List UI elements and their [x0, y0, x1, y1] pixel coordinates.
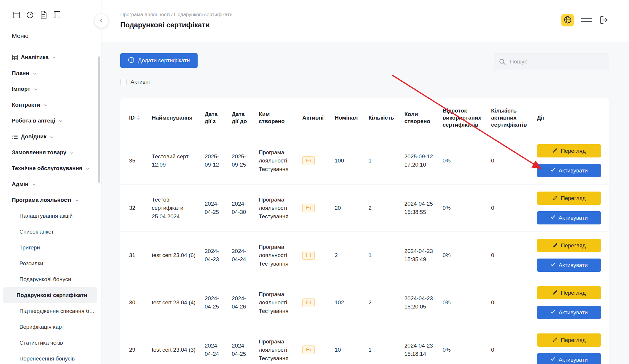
sidebar-collapse-button[interactable] [94, 14, 109, 28]
menu-title: Меню [12, 32, 101, 39]
cell-nominal: 102 [331, 279, 365, 326]
sidebar-subitem-bonus-transfer[interactable]: Перенесення бонусів [3, 351, 97, 364]
cell-quantity: 2 [365, 279, 401, 326]
sidebar-subitem-receipt-statistics[interactable]: Статистика чеків [3, 335, 97, 351]
sidebar-item-import[interactable]: Імпорт [0, 81, 101, 97]
activate-button[interactable]: Активувати [537, 211, 601, 224]
cell-quantity: 1 [365, 232, 401, 279]
page-header: Програма лояльності / Подарункові сертиф… [101, 0, 629, 42]
cell-actions: Перегляд Активувати [533, 184, 609, 232]
table-row: 31 test cert 23.04 (6) 2024-04-23 2024-0… [120, 232, 609, 279]
table-row: 35 Тестовий серт 12.09 2025-09-12 2025-0… [120, 137, 609, 184]
sidebar-item-goods-order[interactable]: Замовлення товару [0, 145, 101, 160]
cell-created-at: 2024-04-23 15:20:05 [401, 279, 439, 326]
document-icon[interactable] [39, 10, 48, 19]
calendar-icon[interactable] [12, 10, 21, 19]
view-button[interactable]: Перегляд [537, 333, 601, 347]
sidebar-item-plans[interactable]: Плани [0, 65, 101, 81]
sidebar-subitem-promo-settings[interactable]: Налаштування акцій [3, 208, 97, 224]
sidebar-item-directory[interactable]: Довідник [0, 129, 101, 145]
cell-active-certificates: 0 [488, 326, 533, 364]
cell-created-by: Програма лояльності Тестування [255, 184, 299, 232]
cell-created-by: Програма лояльності Тестування [255, 232, 299, 279]
certificates-table-card: ID Найменування Дата дії з Дата дії до К… [120, 98, 609, 364]
activate-button-label: Активувати [558, 357, 588, 363]
cell-nominal: 100 [331, 137, 365, 184]
cell-nominal: 10 [331, 326, 365, 364]
sidebar-subitem-gift-certificates[interactable]: Подарункові сертифікати [3, 287, 97, 303]
sidebar-subitem-questionnaire-list[interactable]: Список анкет [3, 224, 97, 240]
column-header-name: Найменування [148, 98, 201, 137]
cell-active: Ні [299, 326, 331, 364]
status-badge: Ні [302, 298, 315, 307]
chevron-down-icon [49, 135, 54, 140]
cell-date-from: 2024-04-25 [201, 279, 228, 326]
chevron-down-icon [33, 87, 38, 92]
active-filter: Активні [120, 78, 609, 86]
sidebar-subitem-triggers[interactable]: Тригери [3, 240, 97, 256]
cell-quantity: 2 [365, 184, 401, 232]
cell-active: Ні [299, 279, 331, 326]
chevron-left-icon [99, 18, 104, 24]
cell-nominal: 2 [331, 232, 365, 279]
cell-id: 35 [120, 137, 148, 184]
sidebar-item-maintenance[interactable]: Технічне обслуговування [0, 160, 101, 176]
chevron-up-icon [74, 198, 79, 203]
cell-quantity: 1 [365, 137, 401, 184]
cell-date-to: 2025-09-25 [228, 137, 255, 184]
activate-button[interactable]: Активувати [537, 259, 601, 272]
cell-quantity: 1 [365, 326, 401, 364]
sidebar-subitem-bonus-writeoff-confirmation[interactable]: Підтвердження списання бону... [3, 303, 97, 319]
cell-used-percent: 0% [439, 137, 488, 184]
toolbar: Додати сертифікати [120, 53, 609, 70]
search-input[interactable] [494, 53, 609, 70]
activate-button[interactable]: Активувати [537, 306, 601, 319]
column-header-id[interactable]: ID [120, 98, 148, 137]
view-button[interactable]: Перегляд [537, 192, 601, 205]
sidebar: Меню АналітикаПланиІмпортКонтрактиРобота… [0, 0, 101, 364]
app-root: Меню АналітикаПланиІмпортКонтрактиРобота… [0, 0, 629, 364]
column-header-created-by: Ким створено [255, 98, 299, 137]
activate-button[interactable]: Активувати [537, 164, 601, 177]
active-filter-checkbox[interactable] [120, 79, 127, 85]
breadcrumb[interactable]: Програма лояльності / Подарункові сертиф… [120, 12, 629, 18]
column-header-quantity: Кількість [365, 98, 401, 137]
table-row: 30 test cert 23.04 (4) 2024-04-25 2024-0… [120, 279, 609, 326]
menu-toggle-button[interactable] [581, 17, 592, 24]
book-icon[interactable] [52, 10, 62, 19]
hamburger-icon [581, 17, 592, 24]
view-button[interactable]: Перегляд [537, 144, 601, 157]
add-certificates-button[interactable]: Додати сертифікати [120, 53, 198, 68]
logout-button[interactable] [599, 15, 609, 26]
cell-active: Ні [299, 184, 331, 232]
status-badge: Ні [302, 251, 315, 260]
sidebar-subitem-gift-bonuses[interactable]: Подарункові бонуси [3, 271, 97, 287]
language-button[interactable] [561, 14, 574, 26]
sidebar-subitem-card-verification[interactable]: Верифікація карт [3, 319, 97, 335]
sidebar-scrollbar[interactable] [98, 56, 100, 183]
status-badge: Ні [302, 156, 315, 165]
table-row: 29 test cert 23.04 (3) 2024-04-24 2024-0… [120, 326, 609, 364]
sidebar-subitem-mailings[interactable]: Розсилки [3, 256, 97, 271]
cell-id: 29 [120, 326, 148, 364]
sidebar-item-loyalty-program[interactable]: Програма лояльності [0, 192, 101, 208]
sidebar-item-admin[interactable]: Адмін [0, 176, 101, 192]
view-button[interactable]: Перегляд [537, 286, 601, 299]
sidebar-item-analytics[interactable]: Аналітика [0, 49, 101, 65]
activate-button[interactable]: Активувати [537, 353, 601, 364]
pie-chart-icon[interactable] [25, 10, 35, 19]
certificates-table: ID Найменування Дата дії з Дата дії до К… [120, 98, 609, 364]
sidebar-item-pharmacy-work[interactable]: Робота в аптеці [0, 113, 101, 129]
cell-created-at: 2024-04-25 15:38:55 [401, 184, 439, 232]
pencil-icon [552, 147, 558, 155]
sidebar-top-icons [0, 0, 101, 19]
logout-icon [599, 15, 609, 26]
chevron-down-icon [69, 150, 74, 155]
cell-active-certificates: 0 [488, 137, 533, 184]
cell-created-at: 2024-04-23 15:18:14 [401, 326, 439, 364]
status-badge: Ні [302, 204, 315, 212]
view-button[interactable]: Перегляд [537, 239, 601, 252]
sort-icon[interactable] [137, 115, 140, 120]
cell-date-to: 2024-04-30 [228, 184, 255, 232]
sidebar-item-contracts[interactable]: Контракти [0, 97, 101, 113]
